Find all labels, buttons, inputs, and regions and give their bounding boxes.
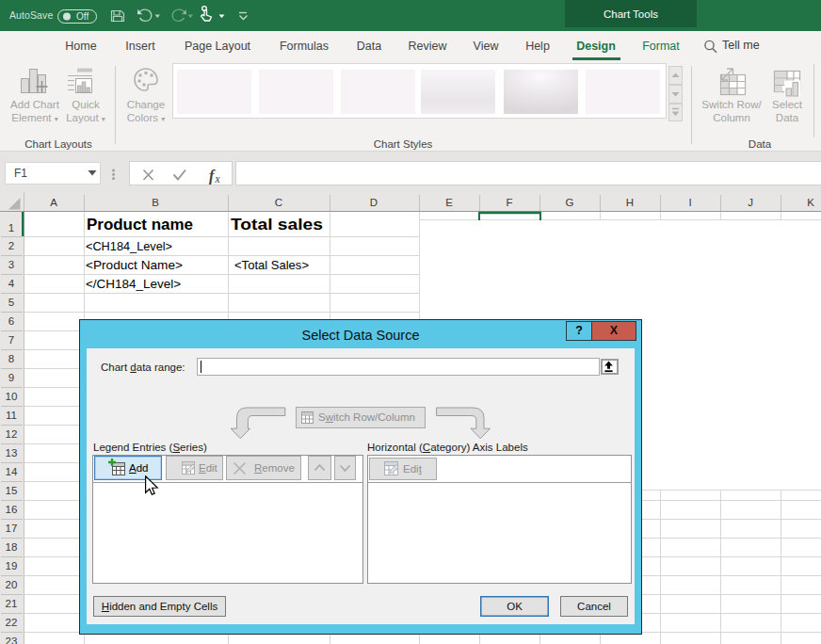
svg-text:<Total Sales>: <Total Sales> <box>234 258 309 272</box>
svg-text:2: 2 <box>8 240 14 251</box>
svg-text:H: H <box>626 197 634 208</box>
svg-text:16: 16 <box>6 504 18 515</box>
svg-text:D: D <box>370 197 378 208</box>
svg-text:7: 7 <box>8 334 14 346</box>
svg-text:</CH184_Level>: </CH184_Level> <box>86 277 181 291</box>
svg-text:22: 22 <box>6 617 18 628</box>
svg-text:4: 4 <box>8 278 15 289</box>
svg-text:<Product Name>: <Product Name> <box>86 258 183 272</box>
svg-text:<CH184_Level>: <CH184_Level> <box>86 239 172 253</box>
svg-text:5: 5 <box>8 297 14 308</box>
svg-text:21: 21 <box>6 598 18 609</box>
svg-text:Product name: Product name <box>87 216 193 233</box>
svg-text:18: 18 <box>6 541 18 553</box>
svg-text:E: E <box>445 197 453 208</box>
svg-text:15: 15 <box>6 485 18 496</box>
svg-text:17: 17 <box>6 523 18 534</box>
svg-text:14: 14 <box>6 466 18 477</box>
svg-text:9: 9 <box>8 372 14 383</box>
svg-text:1: 1 <box>8 222 14 233</box>
svg-text:11: 11 <box>6 410 17 421</box>
svg-text:C: C <box>275 197 282 208</box>
svg-text:G: G <box>566 197 574 208</box>
svg-text:J: J <box>748 197 753 208</box>
svg-text:F: F <box>506 197 512 208</box>
svg-text:A: A <box>50 197 57 208</box>
svg-text:Off: Off <box>76 11 89 22</box>
svg-text:I: I <box>688 197 691 208</box>
svg-text:Total sales: Total sales <box>231 216 323 233</box>
svg-text:3: 3 <box>8 259 14 270</box>
svg-text:19: 19 <box>6 560 18 572</box>
svg-text:6: 6 <box>8 315 14 327</box>
svg-text:x: x <box>215 173 221 185</box>
svg-text:10: 10 <box>6 391 18 402</box>
svg-text:13: 13 <box>6 447 18 459</box>
svg-text:K: K <box>807 197 814 208</box>
svg-text:12: 12 <box>6 428 18 440</box>
svg-text:20: 20 <box>6 579 18 590</box>
svg-text:B: B <box>152 197 159 208</box>
svg-text:23: 23 <box>6 636 18 644</box>
svg-text:8: 8 <box>8 353 14 364</box>
